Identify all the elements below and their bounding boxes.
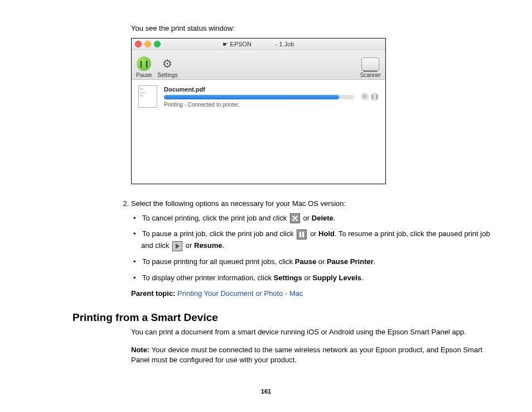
section-heading-smart-device: Printing from a Smart Device xyxy=(72,312,499,324)
traffic-lights xyxy=(135,41,161,47)
document-icon: ≡≡▭▭≡≡ xyxy=(138,85,157,108)
job-filename: Document.pdf xyxy=(164,86,354,93)
print-job-row[interactable]: ≡≡▭▭≡≡ Document.pdf Printing - Connected… xyxy=(132,80,385,113)
bullet-cancel: To cancel printing, click the print job … xyxy=(141,213,499,224)
resume-inline-icon xyxy=(172,241,182,251)
bullet-settings: To display other printer information, cl… xyxy=(141,272,499,284)
bullet-pause-all: To pause printing for all queued print j… xyxy=(141,256,499,268)
step-2: Select the following options as necessar… xyxy=(131,198,499,299)
minimize-icon[interactable] xyxy=(144,41,151,47)
x-icon xyxy=(290,213,300,223)
print-status-window: ☛ EPSON - 1 Job ❙❙ Pause ⚙ Settings Scan… xyxy=(131,38,386,184)
scanner-button[interactable]: Scanner xyxy=(360,58,381,78)
smart-device-intro: You can print a document from a smart de… xyxy=(131,327,499,337)
pause-job-icon[interactable]: ❙❙ xyxy=(371,93,379,100)
pause-button[interactable]: ❙❙ Pause xyxy=(136,56,152,78)
intro-text: You see the print status window: xyxy=(131,24,499,32)
gear-icon: ⚙ xyxy=(160,56,175,71)
cancel-job-icon[interactable]: ✕ xyxy=(361,93,369,100)
window-titlebar: ☛ EPSON - 1 Job xyxy=(132,39,385,50)
window-title: ☛ EPSON - 1 Job xyxy=(132,39,385,50)
zoom-icon[interactable] xyxy=(154,41,161,47)
parent-topic-link[interactable]: Printing Your Document or Photo - Mac xyxy=(177,289,303,298)
close-icon[interactable] xyxy=(135,41,142,47)
page-number: 161 xyxy=(33,388,499,395)
job-status: Printing - Connected to printer. xyxy=(164,102,354,108)
toolbar: ❙❙ Pause ⚙ Settings Scanner xyxy=(132,50,385,80)
progress-bar xyxy=(164,95,354,99)
smart-device-note: Note: Your device must be connected to t… xyxy=(131,345,499,365)
pause-inline-icon xyxy=(297,229,307,239)
bullet-pause-job: To pause a print job, click the print jo… xyxy=(141,228,499,252)
scanner-icon xyxy=(361,58,379,71)
parent-topic: Parent topic: Printing Your Document or … xyxy=(131,288,499,299)
settings-button[interactable]: ⚙ Settings xyxy=(157,56,177,78)
pause-icon: ❙❙ xyxy=(137,56,151,71)
